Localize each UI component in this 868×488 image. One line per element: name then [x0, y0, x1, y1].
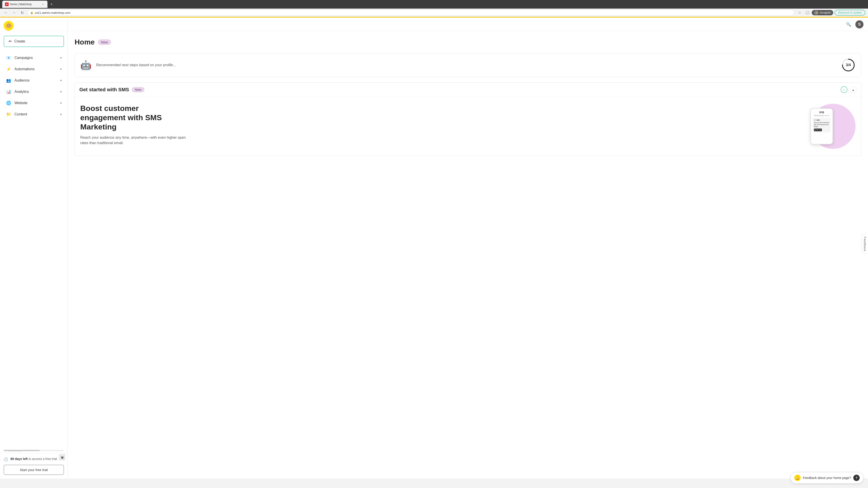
tab-favicon: M — [5, 2, 8, 6]
sidebar-item-audience[interactable]: 👥 Audience ▾ — [4, 75, 64, 86]
sidebar-item-campaigns[interactable]: 📧 Campaigns ▾ — [4, 53, 64, 63]
refresh-button[interactable]: ↻ — [19, 9, 25, 16]
avatar[interactable]: S — [855, 20, 864, 29]
page-title: Home — [74, 38, 95, 46]
sidebar-item-content[interactable]: 📁 Content ▾ — [4, 109, 64, 120]
sidebar: 🐵 ✏ Create 📧 Campaigns ▾ ⚡ — [0, 18, 68, 479]
sidebar-bottom: 🕐 89 days left to access a free trial. S… — [0, 453, 68, 479]
sms-section-header: Get started with SMS New ✓ ▴ — [75, 83, 861, 97]
steps-card: 🤖 Recommended next steps based on your p… — [74, 53, 861, 77]
sms-body: Boost customer engagement with SMS Marke… — [75, 97, 861, 156]
forward-button[interactable]: → — [11, 9, 17, 16]
main-content: 🔍 S Home New 🤖 Recommended next steps ba… — [68, 18, 868, 479]
sidebar-nav: 📧 Campaigns ▾ ⚡ Automations ▾ 👥 Audi — [4, 53, 64, 120]
campaigns-icon: 📧 — [6, 55, 11, 61]
new-tab-button[interactable]: + — [49, 1, 55, 7]
page-content: Home New 🤖 Recommended next steps based … — [68, 31, 868, 163]
create-button[interactable]: ✏ Create — [4, 36, 64, 47]
app-top-bar: 🔍 S — [68, 18, 868, 31]
analytics-chevron-icon: ▾ — [60, 90, 62, 94]
feedback-bell-icon: 🔔 — [794, 475, 801, 479]
audience-chevron-icon: ▾ — [60, 78, 62, 82]
feedback-side-tab[interactable]: Feedback — [862, 234, 868, 254]
automations-chevron-icon: ▾ — [60, 67, 62, 71]
sms-headline: Boost customer engagement with SMS Marke… — [80, 104, 783, 131]
audience-icon: 👥 — [6, 78, 11, 83]
extensions-button[interactable]: ⬜ — [804, 9, 810, 16]
incognito-indicator: 🕵 Incognito — [812, 10, 833, 15]
sidebar-item-analytics[interactable]: 📊 Analytics ▾ — [4, 86, 64, 97]
sidebar-toggle-button[interactable]: ▣ — [59, 454, 65, 460]
sms-title: Get started with SMS — [79, 87, 129, 93]
browser-tab-active[interactable]: M Home | Mailchimp × — [2, 1, 48, 8]
header-right: 🔍 S — [844, 20, 864, 29]
check-icon: ✓ — [841, 86, 847, 93]
automations-icon: ⚡ — [6, 66, 11, 72]
sms-new-badge: New — [132, 87, 145, 92]
browser-actions: ☆ ⬜ 🕵 Incognito Relaunch to update — [796, 9, 865, 16]
mailchimp-logo[interactable]: 🐵 — [4, 21, 13, 31]
browser-address-bar: ← → ↻ 🔒 us21.admin.mailchimp.com ☆ ⬜ 🕵 I… — [0, 8, 868, 17]
phone-date: Wednesday, Nov 6 — [813, 115, 831, 117]
sidebar-scrollbar — [4, 450, 64, 451]
website-icon: 🌐 — [6, 100, 11, 106]
website-chevron-icon: ▾ — [60, 101, 62, 105]
tab-close-button[interactable]: × — [41, 2, 45, 6]
page-title-row: Home New — [74, 38, 861, 46]
url-text: us21.admin.mailchimp.com — [35, 11, 70, 14]
progress-ring: 3/4 — [841, 58, 856, 72]
search-button[interactable]: 🔍 — [844, 20, 852, 29]
sidebar-item-automations[interactable]: ⚡ Automations ▾ — [4, 64, 64, 74]
content-chevron-icon: ▾ — [60, 112, 62, 116]
pencil-icon: ✏ — [8, 39, 12, 44]
tab-title: Home | Mailchimp — [10, 3, 40, 6]
relaunch-button[interactable]: Relaunch to update — [835, 10, 865, 15]
phone-cta: Shop now — [814, 129, 822, 131]
sidebar-scroll: ✏ Create 📧 Campaigns ▾ ⚡ Automations — [0, 31, 68, 450]
url-bar[interactable]: 🔒 us21.admin.mailchimp.com — [27, 9, 795, 16]
sms-section: Get started with SMS New ✓ ▴ Boost custo… — [74, 83, 861, 156]
page-new-badge: New — [98, 39, 111, 45]
collapse-button[interactable]: ▴ — [850, 86, 857, 93]
incognito-icon: 🕵 — [814, 10, 818, 15]
clock-icon: 🕐 — [4, 457, 8, 462]
sidebar-item-website[interactable]: 🌐 Website ▾ — [4, 98, 64, 108]
browser-tab-bar: M Home | Mailchimp × + — [0, 0, 868, 8]
trial-info: 🕐 89 days left to access a free trial. — [4, 457, 64, 462]
analytics-icon: 📊 — [6, 89, 11, 94]
phone-time: 3:51 — [813, 111, 831, 113]
steps-text: Recommended next steps based on your pro… — [96, 63, 176, 67]
progress-label: 3/4 — [846, 63, 851, 67]
content-icon: 📁 — [6, 111, 11, 117]
phone-mockup: 3:51 Wednesday, Nov 6 💬 SMS Join our tex… — [810, 108, 833, 144]
feedback-widget[interactable]: 🔔 Feedback about your home page? ? — [790, 472, 864, 479]
phone-notification: 💬 SMS Join our text club and get 10% off… — [813, 118, 831, 132]
feedback-label: Feedback about your home page? — [803, 476, 851, 479]
steps-robot-icon: 🤖 — [80, 60, 92, 70]
start-trial-button[interactable]: Start your free trial — [4, 465, 64, 475]
campaigns-chevron-icon: ▾ — [60, 56, 62, 60]
sms-illustration: 3:51 Wednesday, Nov 6 💬 SMS Join our tex… — [792, 104, 856, 149]
sms-description: Reach your audience any time, anywhere—w… — [80, 135, 193, 146]
help-button[interactable]: ? — [853, 475, 860, 479]
bookmark-button[interactable]: ☆ — [796, 9, 803, 16]
app-container: 🐵 ✏ Create 📧 Campaigns ▾ ⚡ — [0, 18, 868, 479]
lock-icon: 🔒 — [30, 11, 33, 14]
back-button[interactable]: ← — [3, 9, 9, 16]
